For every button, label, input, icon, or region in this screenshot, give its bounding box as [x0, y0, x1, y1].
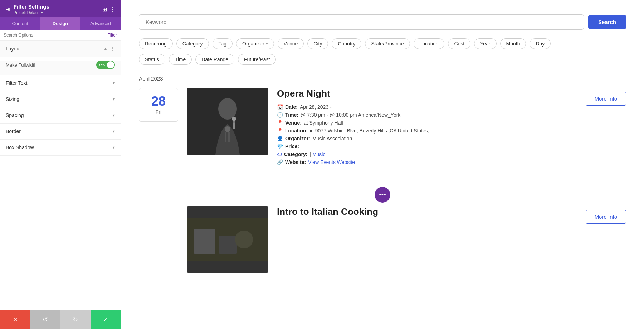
layout-icon[interactable]: ⊞ [102, 6, 107, 13]
event-website-row: 🔗 Website: View Events Website [277, 159, 560, 165]
section-border-label: Border [6, 129, 21, 134]
section-spacing[interactable]: Spacing ▾ [0, 107, 121, 124]
panel-title: Filter Settings [14, 4, 49, 10]
svg-point-11 [235, 231, 253, 248]
organizer-icon: 👤 [277, 136, 283, 141]
panel-header-left: ◄ Filter Settings Preset: Default ▾ [5, 4, 49, 15]
search-button[interactable]: Search [588, 15, 626, 29]
event-price-label: Price: [285, 144, 299, 149]
filter-text-chevron[interactable]: ▾ [113, 81, 115, 86]
menu-icon[interactable]: ⋮ [110, 6, 116, 13]
back-icon[interactable]: ◄ [5, 6, 11, 13]
filter-tags-row1: Recurring Category Tag Organizer▾ Venue … [139, 38, 626, 49]
event-date-value: Apr 28, 2023 - [300, 104, 332, 110]
section-sizing[interactable]: Sizing ▾ [0, 91, 121, 107]
filter-tag-country[interactable]: Country [332, 38, 361, 49]
event-time-label: Time: [285, 112, 298, 118]
add-filter-button[interactable]: + Filter [104, 33, 117, 38]
section-spacing-label: Spacing [6, 112, 24, 118]
event-venue-row: 📍 Venue: at Symphony Hall [277, 120, 560, 126]
sizing-chevron[interactable]: ▾ [113, 97, 115, 102]
section-box-shadow[interactable]: Box Shadow ▾ [0, 140, 121, 156]
search-bar-row: Search [139, 14, 626, 30]
calendar-icon: 📅 [277, 104, 283, 110]
svg-rect-10 [219, 236, 237, 254]
tab-advanced[interactable]: Advanced [80, 17, 121, 30]
border-chevron[interactable]: ▾ [113, 129, 115, 134]
fullwidth-toggle[interactable]: YES [96, 61, 115, 69]
layout-expanded: Make Fullwidth YES [0, 61, 121, 75]
section-layout-controls: ▲ ⋮ [103, 46, 115, 52]
filter-tag-time[interactable]: Time [169, 54, 192, 65]
cancel-button[interactable]: ✕ [0, 310, 30, 329]
section-layout-label: Layout [6, 46, 21, 52]
event-category-row: 🏷 Category: | Music [277, 151, 560, 157]
event-website-link[interactable]: View Events Website [308, 159, 355, 165]
panel-tabs: Content Design Advanced [0, 17, 121, 30]
filter-tag-cost[interactable]: Cost [448, 38, 470, 49]
event-category-value: | Music [309, 151, 325, 157]
undo-button[interactable]: ↺ [30, 310, 60, 329]
clock-icon: 🕐 [277, 112, 283, 118]
filter-tag-city[interactable]: City [307, 38, 328, 49]
panel-preset[interactable]: Preset: Default ▾ [14, 10, 49, 15]
filter-tag-category[interactable]: Category [176, 38, 209, 49]
date-section-label: April 2023 [139, 76, 626, 82]
filter-tag-year[interactable]: Year [474, 38, 496, 49]
filter-tag-tag[interactable]: Tag [213, 38, 233, 49]
filter-tag-organizer[interactable]: Organizer▾ [236, 38, 274, 49]
filter-tag-status[interactable]: Status [139, 54, 165, 65]
filter-tag-venue[interactable]: Venue [278, 38, 304, 49]
tab-content[interactable]: Content [0, 17, 40, 30]
make-fullwidth-label: Make Fullwidth [6, 62, 37, 68]
filter-tag-date-range[interactable]: Date Range [195, 54, 234, 65]
section-sizing-label: Sizing [6, 96, 19, 102]
filter-tag-location[interactable]: Location [414, 38, 445, 49]
svg-rect-9 [194, 229, 215, 254]
event-date-row: 📅 Date: Apr 28, 2023 - [277, 104, 560, 110]
event-venue-label: Venue: [285, 120, 302, 126]
redo-button[interactable]: ↻ [60, 310, 91, 329]
filter-tag-month[interactable]: Month [500, 38, 526, 49]
filter-tag-state[interactable]: State/Province [365, 38, 410, 49]
event-date-box: 28 Fri [139, 88, 178, 122]
section-border[interactable]: Border ▾ [0, 124, 121, 140]
price-icon: 💎 [277, 144, 283, 149]
event-organizer-row: 👤 Organizer: Music Association [277, 136, 560, 141]
tab-design[interactable]: Design [40, 17, 80, 30]
filter-tags-row2: Status Time Date Range Future/Past [139, 54, 626, 65]
event-date-day: Fri [145, 109, 172, 115]
box-shadow-chevron[interactable]: ▾ [113, 145, 115, 150]
search-options-input[interactable] [4, 33, 102, 38]
event-venue-value: at Symphony Hall [304, 120, 343, 126]
filter-tag-recurring[interactable]: Recurring [139, 38, 173, 49]
section-layout-menu[interactable]: ⋮ [110, 46, 115, 52]
event-organizer-label: Organizer: [285, 136, 310, 141]
spacing-chevron[interactable]: ▾ [113, 113, 115, 118]
section-filter-text[interactable]: Filter Text ▾ [0, 75, 121, 91]
right-content: Search Recurring Category Tag Organizer▾… [121, 0, 644, 329]
organizer-chevron-icon: ▾ [266, 42, 268, 46]
event-date-num: 28 [145, 95, 172, 108]
event-right: More Info [569, 88, 626, 106]
section-layout[interactable]: Layout ▲ ⋮ [0, 41, 121, 57]
venue-icon: 📍 [277, 120, 283, 126]
event2-title: Intro to Italian Cooking [277, 206, 560, 217]
more-dot-button[interactable]: ••• [375, 187, 390, 203]
filter-tag-day[interactable]: Day [530, 38, 551, 49]
filter-tag-future-past[interactable]: Future/Past [238, 54, 276, 65]
save-button[interactable]: ✓ [91, 310, 121, 329]
website-icon: 🔗 [277, 159, 283, 165]
make-fullwidth-row: Make Fullwidth YES [6, 61, 115, 69]
event-time-value: @ 7:30 pm - @ 10:00 pm America/New_York [301, 112, 400, 118]
toggle-knob [107, 61, 114, 68]
event2-more-info-button[interactable]: More Info [586, 210, 626, 224]
more-info-button[interactable]: More Info [586, 92, 626, 106]
event-category-link[interactable]: Music [312, 151, 326, 157]
section-layout-chevron-up[interactable]: ▲ [103, 46, 108, 51]
more-dot-icon: ••• [379, 191, 386, 199]
keyword-input[interactable] [139, 14, 584, 30]
event-image-svg [187, 88, 268, 155]
event-card-1: 28 Fri Opera Night 📅 [139, 88, 626, 176]
event-organizer-value: Music Association [312, 136, 352, 141]
